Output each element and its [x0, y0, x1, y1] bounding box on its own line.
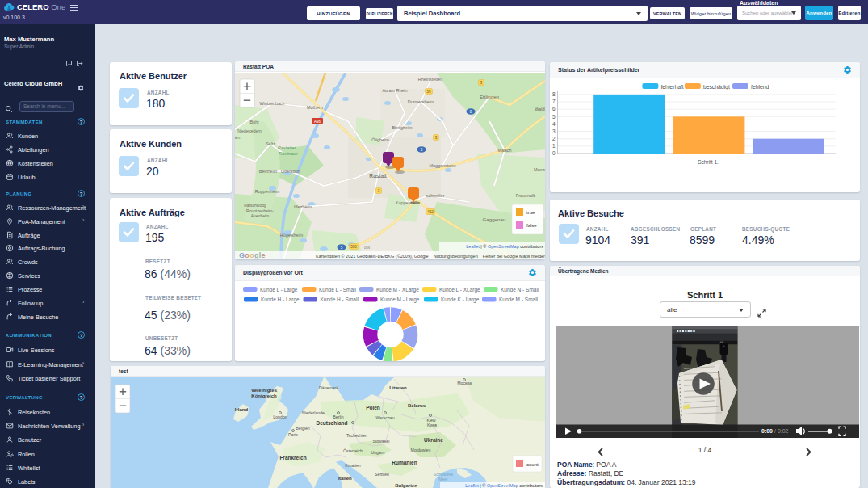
svg-text:Beinheim: Beinheim — [259, 169, 278, 174]
svg-text:London: London — [273, 414, 287, 419]
svg-text:beschädigt: beschädigt — [703, 84, 730, 90]
svg-text:3: 3 — [552, 128, 556, 134]
svg-text:2: 2 — [552, 136, 556, 141]
svg-text:/ 0:02: / 0:02 — [774, 428, 789, 434]
svg-text:Ottersdorf: Ottersdorf — [281, 169, 300, 174]
svg-text:Tschechien: Tschechien — [346, 433, 367, 438]
svg-text:Ötigheim: Ötigheim — [371, 137, 389, 142]
svg-text:schweiler: schweiler — [426, 193, 445, 198]
svg-text:Kиев: Kиев — [427, 423, 437, 427]
svg-text:Kunde K - Large: Kunde K - Large — [441, 297, 480, 303]
svg-text:Hügelsheim: Hügelsheim — [280, 233, 304, 238]
svg-text:Kartendaten © 2021 GeoBasis-DE: Kartendaten © 2021 GeoBasis-DE/BKG (©200… — [316, 254, 545, 259]
svg-text:Rheinaue: Rheinaue — [279, 151, 298, 156]
svg-text:Bietigheim: Bietigheim — [392, 125, 413, 130]
svg-text:Gaggenau: Gaggenau — [483, 217, 506, 222]
svg-text:Frankreich: Frankreich — [279, 455, 306, 461]
svg-text:Slowakei: Slowakei — [373, 439, 390, 444]
svg-text:Manze: Manze — [534, 167, 545, 172]
svg-text:Kroatien: Kroatien — [345, 463, 360, 468]
svg-text:Königreich: Königreich — [251, 393, 277, 398]
svg-text:Seltz: Seltz — [266, 141, 275, 146]
svg-text:Kunde N - Small: Kunde N - Small — [501, 287, 539, 292]
svg-text:Ratschwoog: Ratschwoog — [244, 203, 266, 208]
svg-text:5: 5 — [552, 114, 556, 120]
svg-text:Frauenalb: Frauenalb — [516, 193, 535, 198]
svg-text:Waldb: Waldb — [535, 107, 545, 111]
svg-text:Kunde L - XLarge: Kunde L - XLarge — [439, 287, 480, 293]
svg-text:Italien: Italien — [338, 476, 352, 481]
svg-text:Ungarn: Ungarn — [371, 450, 384, 455]
svg-text:Deutschland: Deutschland — [316, 420, 347, 426]
svg-text:Rumänien: Rumänien — [392, 460, 417, 465]
svg-text:Kunde H - Large: Kunde H - Large — [261, 297, 300, 303]
svg-text:Muggensturm: Muggensturm — [430, 163, 456, 168]
svg-text:Berlin: Berlin — [333, 414, 343, 419]
svg-text:Ettlingen: Ettlingen — [480, 94, 500, 99]
svg-text:Österreich: Österreich — [343, 448, 363, 453]
svg-text:Au am Rhein: Au am Rhein — [382, 88, 407, 93]
svg-text:Niederlande: Niederlande — [302, 410, 325, 415]
svg-text:Irland: Irland — [235, 407, 249, 412]
svg-text:Niederœdern: Niederœdern — [237, 128, 262, 133]
svg-text:tten: tten — [235, 135, 240, 140]
svg-text:Kunde M - Large: Kunde M - Large — [380, 297, 420, 303]
svg-text:Belarus: Belarus — [408, 403, 426, 408]
svg-text:Dänemark: Dänemark — [319, 385, 338, 390]
svg-text:Kunde L - Small: Kunde L - Small — [319, 287, 357, 292]
svg-text:Serbien: Serbien — [375, 472, 389, 477]
svg-text:Leaflet | © OpenStreetMap cont: Leaflet | © OpenStreetMap contributors — [465, 483, 543, 488]
svg-text:Litauen: Litauen — [389, 385, 407, 390]
svg-text:462: 462 — [427, 210, 434, 214]
svg-text:Bulgarien: Bulgarien — [395, 483, 417, 488]
svg-text:Rheinstetten: Rheinstetten — [418, 77, 442, 82]
svg-text:4: 4 — [552, 121, 556, 127]
svg-text:0: 0 — [552, 150, 556, 156]
svg-text:Iffezheim: Iffezheim — [294, 204, 312, 209]
svg-text:A36: A36 — [314, 120, 321, 124]
svg-text:Leaflet | © OpenStreetMap cont: Leaflet | © OpenStreetMap contributors — [466, 244, 543, 249]
svg-text:Belgien: Belgien — [296, 426, 309, 431]
svg-text:oos: oos — [364, 246, 371, 250]
svg-text:true: true — [526, 210, 535, 215]
svg-text:7: 7 — [552, 99, 556, 104]
svg-text:500: 500 — [350, 245, 357, 249]
svg-text:fehlend: fehlend — [751, 84, 769, 90]
svg-text:Vereinigtes: Vereinigtes — [251, 388, 278, 393]
svg-text:Polen: Polen — [366, 405, 380, 410]
svg-text:Ukraine: Ukraine — [424, 437, 443, 443]
svg-text:Kunde M - XLarge: Kunde M - XLarge — [376, 287, 419, 293]
svg-text:false: false — [526, 223, 537, 228]
svg-text:Bühl: Bühl — [250, 120, 259, 124]
svg-text:Moldawien: Moldawien — [411, 448, 431, 452]
svg-text:count: count — [526, 462, 539, 467]
svg-text:Meer: Meer — [438, 477, 448, 482]
svg-text:Kunde L - Large: Kunde L - Large — [260, 287, 298, 293]
svg-text:0:00: 0:00 — [761, 428, 773, 434]
svg-text:Mothern: Mothern — [307, 105, 323, 110]
svg-text:Kunde H - Small: Kunde H - Small — [321, 297, 359, 302]
svg-text:Schritt 1.: Schritt 1. — [698, 159, 719, 165]
svg-text:6: 6 — [552, 106, 556, 111]
svg-text:Москва: Москва — [457, 381, 472, 385]
svg-text:Google: Google — [239, 251, 266, 259]
svg-text:Malsch: Malsch — [497, 148, 511, 153]
svg-text:8: 8 — [552, 91, 556, 97]
svg-text:Auenheim: Auenheim — [251, 213, 270, 218]
svg-text:Paris: Paris — [288, 432, 298, 437]
svg-text:Roppenheim: Roppenheim — [255, 189, 280, 194]
svg-text:Rastatt: Rastatt — [369, 173, 387, 179]
svg-text:1: 1 — [552, 143, 556, 149]
svg-text:fehlerhaft: fehlerhaft — [660, 84, 683, 90]
svg-text:Rastatter: Rastatter — [278, 145, 297, 150]
svg-text:Durmersheim: Durmersheim — [408, 99, 434, 104]
svg-text:Wintzenbach: Wintzenbach — [259, 101, 284, 106]
svg-text:Kunde M - Small: Kunde M - Small — [499, 297, 539, 302]
svg-text:56: 56 — [426, 90, 431, 94]
svg-text:Warschau: Warschau — [375, 415, 394, 420]
